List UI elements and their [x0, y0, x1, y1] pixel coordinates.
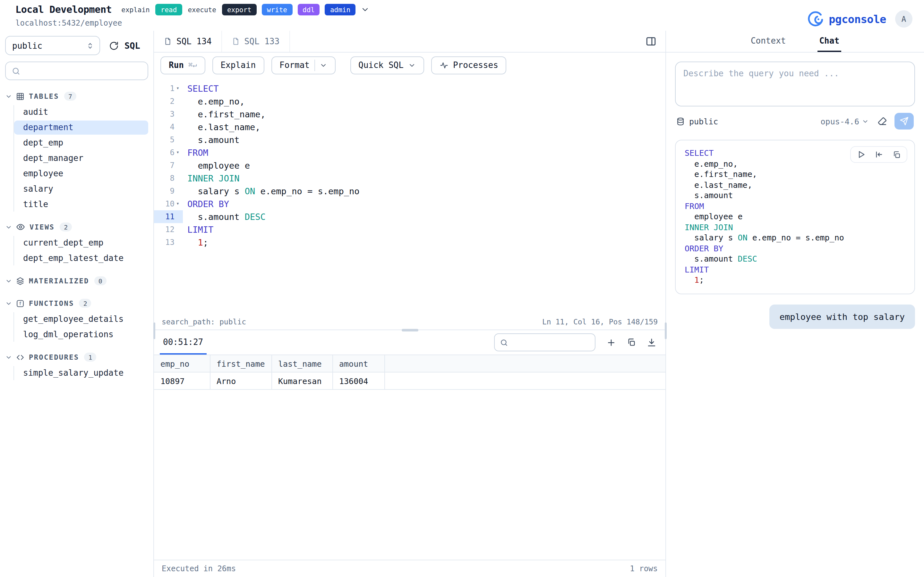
svg-text:f: f	[19, 301, 21, 306]
permission-badge-admin: admin	[325, 4, 355, 15]
column-header-amount[interactable]: amount	[333, 355, 384, 372]
results-search-input[interactable]	[512, 338, 590, 347]
run-query-icon[interactable]	[857, 150, 866, 159]
table-row[interactable]: 10897ArnoKumaresan136004	[154, 372, 666, 390]
line-number: 9	[154, 185, 183, 197]
fold-chevron-icon: ▾	[174, 146, 181, 159]
assistant-tabbar: Context Chat	[666, 31, 924, 53]
header-left: Local Development explainreadexecuteexpo…	[15, 4, 370, 31]
processes-button[interactable]: Processes	[431, 56, 507, 74]
fold-chevron-icon: ▾	[174, 197, 181, 210]
line-number: 6▾	[154, 146, 183, 159]
sidebar: public SQL TABLES7auditdepartmentdept_em…	[0, 31, 154, 577]
copy-code-icon[interactable]	[893, 150, 901, 159]
processes-label: Processes	[453, 60, 498, 70]
quick-sql-button[interactable]: Quick SQL	[350, 56, 424, 74]
add-result-tab-icon[interactable]	[606, 338, 616, 347]
divider-grip[interactable]	[401, 329, 418, 331]
model-select[interactable]: opus-4.6	[821, 116, 869, 126]
schema-chip-label: public	[689, 116, 718, 126]
column-header-last_name[interactable]: last_name	[271, 355, 333, 372]
sidebar-search-input[interactable]	[25, 66, 142, 76]
code-line: 1;	[183, 236, 208, 249]
header-right: pgconsole A	[805, 4, 913, 31]
column-header-first_name[interactable]: first_name	[210, 355, 271, 372]
schema-select-value: public	[12, 41, 42, 50]
tree-item-dept_manager[interactable]: dept_manager	[14, 151, 148, 165]
tab-chat[interactable]: Chat	[817, 31, 841, 52]
panel-layout-icon[interactable]	[646, 36, 656, 47]
code-line: LIMIT	[183, 223, 213, 236]
sidebar-resize-handle[interactable]	[153, 322, 155, 339]
composer-toolbar: public opus-4.6	[675, 113, 915, 129]
code-line: LIMIT	[685, 264, 905, 275]
line-number: 3	[154, 108, 183, 121]
section-functions[interactable]: fFUNCTIONS2	[5, 296, 148, 310]
tree-item-title[interactable]: title	[14, 197, 148, 211]
func-icon: f	[16, 299, 24, 308]
column-header-emp_no[interactable]: emp_no	[154, 355, 210, 372]
section-views[interactable]: VIEWS2	[5, 220, 148, 234]
tab-sql-134[interactable]: SQL 134	[154, 31, 222, 52]
tree-item-dept_emp[interactable]: dept_emp	[14, 136, 148, 150]
results-divider[interactable]	[154, 330, 666, 330]
activity-icon	[439, 61, 449, 69]
schema-chip[interactable]: public	[676, 116, 718, 126]
section-materialized[interactable]: MATERIALIZED0	[5, 274, 148, 288]
button-divider	[314, 59, 315, 71]
brand-name: pgconsole	[829, 13, 886, 25]
execution-time: Executed in 26ms	[162, 564, 236, 573]
chat-panel-resize-handle[interactable]	[664, 322, 666, 339]
sql-editor[interactable]: 1▾SELECT2 e.emp_no,3 e.first_name,4 e.la…	[154, 77, 666, 314]
chevron-down-icon	[862, 118, 869, 125]
permissions-chevron-down-icon[interactable]	[360, 5, 370, 14]
code-line: ORDER BY	[685, 243, 905, 254]
tree-item-get_employee_details[interactable]: get_employee_details	[14, 312, 148, 326]
tree-item-current_dept_emp[interactable]: current_dept_emp	[14, 236, 148, 250]
section-tables[interactable]: TABLES7	[5, 89, 148, 103]
run-button[interactable]: Run ⌘↵	[160, 56, 205, 74]
user-message-row: employee with top salary	[675, 304, 915, 329]
section-procedures[interactable]: PROCEDURES1	[5, 350, 148, 364]
prompt-input[interactable]	[683, 69, 907, 99]
line-number: 8	[154, 172, 183, 185]
tab-context[interactable]: Context	[749, 31, 788, 52]
sql-mode-button[interactable]: SQL	[124, 40, 140, 51]
section-label: VIEWS	[29, 223, 55, 231]
result-set-tab[interactable]: 00:51:27	[160, 330, 206, 355]
tab-label: SQL 134	[176, 37, 212, 46]
copy-results-icon[interactable]	[627, 338, 636, 347]
tree-item-department[interactable]: department	[14, 121, 148, 135]
schema-select[interactable]: public	[5, 36, 100, 55]
explain-button[interactable]: Explain	[212, 56, 264, 74]
download-results-icon[interactable]	[647, 338, 656, 347]
permission-badge-export: export	[222, 4, 257, 15]
results-table: emp_nofirst_namelast_nameamount10897Arno…	[154, 355, 666, 390]
format-button[interactable]: Format	[271, 56, 335, 74]
refresh-icon[interactable]	[109, 41, 119, 50]
tree-item-employee[interactable]: employee	[14, 167, 148, 181]
permission-badge-execute: execute	[187, 4, 217, 15]
tree-item-simple_salary_update[interactable]: simple_salary_update	[14, 366, 148, 380]
tree-item-audit[interactable]: audit	[14, 105, 148, 119]
tree-item-salary[interactable]: salary	[14, 182, 148, 196]
clear-chat-icon[interactable]	[877, 116, 887, 126]
table-icon	[16, 92, 24, 100]
search-icon	[500, 338, 508, 347]
layers-icon	[16, 277, 24, 285]
code-line: ORDER BY	[183, 197, 229, 210]
tab-sql-133[interactable]: SQL 133	[222, 31, 290, 52]
insert-to-editor-icon[interactable]	[875, 150, 884, 159]
send-button[interactable]	[895, 113, 914, 129]
chat-body: public opus-4.6	[666, 53, 924, 577]
user-avatar[interactable]: A	[895, 10, 913, 27]
line-number: 5	[154, 133, 183, 146]
eye-icon	[16, 222, 25, 231]
chevron-down-icon[interactable]	[319, 61, 327, 69]
main-area: SQL 134 SQL 133 Run ⌘↵ Expl	[154, 31, 666, 577]
code-icon	[16, 353, 24, 361]
tree-item-dept_emp_latest_date[interactable]: dept_emp_latest_date	[14, 251, 148, 266]
sidebar-search	[5, 61, 148, 80]
tree-item-log_dml_operations[interactable]: log_dml_operations	[14, 327, 148, 342]
code-line: e.last_name,	[685, 180, 905, 190]
